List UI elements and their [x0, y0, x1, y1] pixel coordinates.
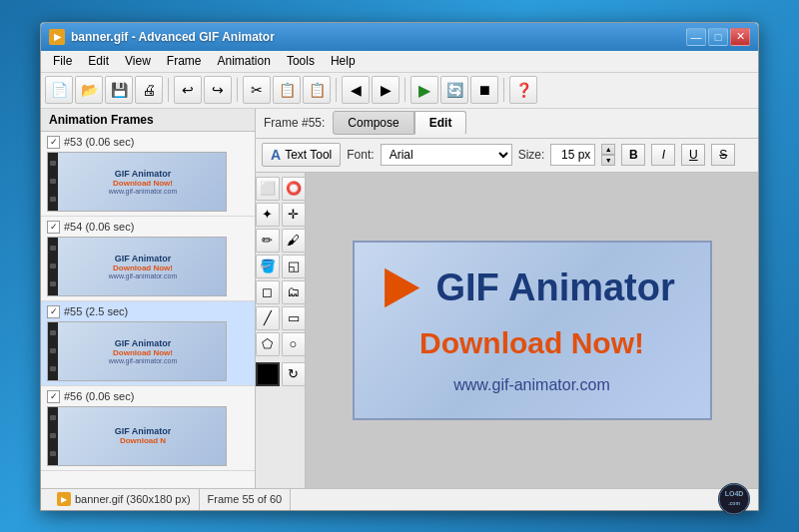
frame-check-55[interactable]: ✓ [47, 305, 60, 318]
fill-tool[interactable]: 🪣 [256, 255, 280, 278]
separator3 [336, 78, 337, 102]
cut-button[interactable]: ✂ [243, 76, 271, 104]
help-button[interactable]: ❓ [509, 76, 537, 104]
film-hole [50, 451, 56, 456]
rect-tool[interactable]: ▭ [282, 306, 306, 330]
film-hole [50, 330, 56, 335]
tool-row-2: ✦ ✛ [256, 203, 306, 227]
window-icon: ▶ [49, 29, 65, 45]
undo-button[interactable]: ↩ [174, 76, 202, 104]
frame-thumb-54: GIF Animator Download Now! www.gif-anima… [47, 237, 227, 296]
frame-check-56[interactable]: ✓ [47, 390, 60, 403]
next-frame-button[interactable]: ▶ [372, 76, 400, 104]
minimize-button[interactable]: — [686, 28, 706, 46]
brush-tool[interactable]: 🖌 [282, 229, 306, 253]
frame-inner-53: GIF Animator Download Now! www.gif-anima… [48, 153, 226, 211]
stop-button[interactable]: ⏹ [470, 76, 498, 104]
frame-item-54[interactable]: ✓ #54 (0.06 sec) GIF Animator Download N… [41, 217, 255, 301]
tab-edit[interactable]: Edit [414, 111, 467, 135]
loop-button[interactable]: 🔄 [440, 76, 468, 104]
canvas-area: ⬜ ⭕ ✦ ✛ ✏ 🖌 🪣 ◱ [256, 173, 758, 488]
lo4d-logo: LO4D .com [718, 483, 750, 515]
open-button[interactable]: 📂 [75, 76, 103, 104]
menu-edit[interactable]: Edit [80, 52, 117, 70]
line-tool[interactable]: ╱ [256, 306, 280, 330]
move-tool[interactable]: ✛ [282, 203, 306, 227]
frame-item-56[interactable]: ✓ #56 (0.06 sec) GIF Animator Download N [41, 386, 255, 471]
window-title: banner.gif - Advanced GIF Animator [71, 30, 686, 44]
frame-title-56: GIF Animator [115, 426, 172, 436]
play-button[interactable]: ▶ [410, 76, 438, 104]
menu-tools[interactable]: Tools [279, 52, 323, 70]
film-strip-53 [48, 153, 58, 211]
redo-button[interactable]: ↪ [204, 76, 232, 104]
frame-thumb-53: GIF Animator Download Now! www.gif-anima… [47, 152, 227, 212]
frame-label-56: ✓ #56 (0.06 sec) [47, 390, 249, 403]
film-hole [50, 179, 56, 184]
gradient-tool[interactable]: ◱ [282, 255, 306, 278]
tool-row-1: ⬜ ⭕ [256, 177, 306, 201]
size-spinner: ▲ ▼ [601, 144, 615, 166]
canvas-container[interactable]: GIF Animator Download Now! www.gif-anima… [306, 173, 758, 488]
spin-down-button[interactable]: ▼ [601, 155, 615, 166]
menu-file[interactable]: File [45, 52, 80, 70]
new-button[interactable]: 📄 [45, 76, 73, 104]
frame-header: Frame #55: Compose Edit [256, 109, 758, 139]
pencil-tool[interactable]: ✏ [256, 229, 280, 253]
frame-check-54[interactable]: ✓ [47, 221, 60, 234]
canvas-content: GIF Animator Download Now! www.gif-anima… [353, 241, 712, 420]
tool-row-3: ✏ 🖌 [256, 229, 306, 253]
bold-button[interactable]: B [621, 144, 645, 166]
polygon-tool[interactable]: ⬠ [256, 332, 280, 356]
menu-help[interactable]: Help [323, 52, 364, 70]
strikethrough-button[interactable]: S [711, 144, 735, 166]
film-hole [50, 281, 56, 286]
spin-up-button[interactable]: ▲ [601, 144, 615, 155]
print-button[interactable]: 🖨 [135, 76, 163, 104]
frame-item-55[interactable]: ✓ #55 (2.5 sec) GIF Animator Download No… [41, 301, 255, 386]
frame-inner-55: GIF Animator Download Now! www.gif-anima… [48, 322, 226, 380]
underline-button[interactable]: U [681, 144, 705, 166]
tool-row-8: ↻ [256, 358, 306, 386]
maximize-button[interactable]: □ [708, 28, 728, 46]
select-ellipse-tool[interactable]: ⭕ [282, 177, 306, 201]
ellipse-tool[interactable]: ○ [282, 332, 306, 356]
paste-button[interactable]: 📋 [303, 76, 331, 104]
text-tool-button[interactable]: A Text Tool [262, 143, 341, 167]
frame-url-55: www.gif-animator.com [109, 357, 177, 364]
frame-title-54: GIF Animator [115, 254, 172, 264]
menu-view[interactable]: View [117, 52, 159, 70]
film-hole [50, 264, 56, 268]
menu-animation[interactable]: Animation [210, 52, 279, 70]
tool-row-4: 🪣 ◱ [256, 255, 306, 278]
save-button[interactable]: 💾 [105, 76, 133, 104]
frame-id-55: #55 (2.5 sec) [64, 305, 128, 317]
frame-label-54: ✓ #54 (0.06 sec) [47, 221, 249, 234]
rotate-tool[interactable]: ↻ [282, 362, 306, 386]
frame-url-53: www.gif-animator.com [109, 188, 177, 195]
frame-item-53[interactable]: ✓ #53 (0.06 sec) GIF Animator Download N… [41, 132, 255, 217]
eraser-tool[interactable]: ◻ [256, 280, 280, 304]
size-input[interactable] [550, 144, 595, 166]
frame-check-53[interactable]: ✓ [47, 136, 60, 149]
frame-inner-54: GIF Animator Download Now! www.gif-anima… [48, 238, 226, 295]
select-rect-tool[interactable]: ⬜ [256, 177, 280, 201]
copy-button[interactable]: 📋 [273, 76, 301, 104]
tab-compose[interactable]: Compose [333, 111, 413, 135]
close-button[interactable]: ✕ [730, 28, 750, 46]
stamp-tool[interactable]: 🗂 [282, 280, 306, 304]
menu-bar: File Edit View Frame Animation Tools Hel… [41, 51, 758, 73]
frame-label-55: ✓ #55 (2.5 sec) [47, 305, 249, 318]
frames-list[interactable]: ✓ #53 (0.06 sec) GIF Animator Download N… [41, 132, 255, 488]
foreground-color[interactable] [256, 362, 280, 386]
prev-frame-button[interactable]: ◀ [342, 76, 370, 104]
menu-frame[interactable]: Frame [159, 52, 210, 70]
italic-button[interactable]: I [651, 144, 675, 166]
frame-thumb-56: GIF Animator Download N [47, 406, 227, 466]
font-select[interactable]: Arial Times New Roman Verdana [381, 144, 512, 166]
magic-wand-tool[interactable]: ✦ [256, 203, 280, 227]
status-filename: ▶ banner.gif (360x180 px) [49, 489, 200, 510]
film-strip-55 [48, 322, 58, 380]
film-hole [50, 415, 56, 420]
status-frame: Frame 55 of 60 [200, 489, 292, 510]
